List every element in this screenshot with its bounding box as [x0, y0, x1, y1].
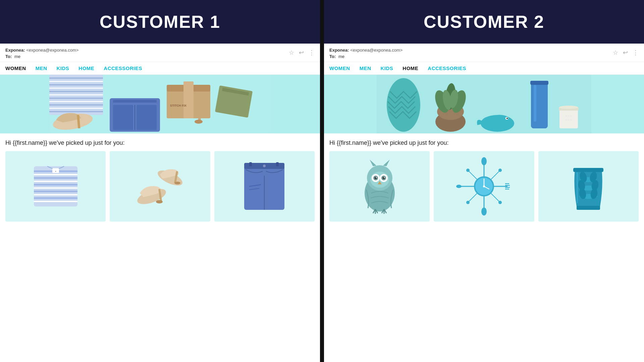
svg-rect-128: [577, 206, 600, 210]
shirt-illustration: ●: [27, 153, 84, 220]
more-icon-c2[interactable]: ⋮: [633, 49, 639, 56]
svg-point-55: [263, 165, 266, 167]
svg-text:～～～: ～～～: [565, 115, 572, 117]
customer2-hero-svg: ～～～ ～～～: [324, 75, 644, 133]
owl-illustration: [351, 153, 408, 220]
nav-item-men-c1[interactable]: MEN: [36, 65, 47, 71]
svg-text:～～～: ～～～: [565, 119, 572, 121]
customer1-hero-svg: STITCH FIX: [0, 75, 320, 133]
nav-item-home-c1[interactable]: HOME: [78, 65, 94, 71]
svg-rect-18: [113, 105, 133, 130]
customer1-product-jeans: [214, 151, 315, 222]
customer2-greeting: Hi {{first.name}} we've picked up just f…: [324, 133, 644, 151]
svg-point-114: [466, 201, 470, 204]
svg-point-71: [506, 118, 508, 119]
customer1-hero-image: STITCH FIX: [0, 75, 320, 133]
svg-point-49: [174, 182, 180, 184]
svg-text:STITCH FIX: STITCH FIX: [170, 104, 186, 107]
svg-point-46: [156, 200, 163, 203]
nav-item-kids-c2[interactable]: KIDS: [381, 65, 393, 71]
nav-item-kids-c1[interactable]: KIDS: [57, 65, 69, 71]
customer2-product-vase: [538, 151, 639, 222]
nav-item-accessories-c2[interactable]: ACCESSORIES: [428, 65, 466, 71]
svg-point-106: [456, 185, 462, 188]
star-icon[interactable]: ☆: [289, 49, 294, 56]
customer1-product-heels: [110, 151, 210, 222]
svg-rect-19: [137, 105, 157, 130]
reply-icon[interactable]: ↩: [299, 49, 304, 56]
svg-rect-53: [249, 162, 252, 166]
customer2-email-meta: Exponea: <exponea@exponea.com> To: me ☆ …: [324, 44, 644, 62]
customer2-to-row: To: me: [329, 54, 617, 59]
customer1-from-label: Exponea:: [5, 48, 25, 53]
customer1-title: CUSTOMER 1: [100, 12, 220, 32]
customer1-nav: WOMEN MEN KIDS HOME ACCESSORIES: [0, 62, 320, 75]
svg-rect-23: [183, 81, 194, 118]
customer1-column: CUSTOMER 1 Exponea: <exponea@exponea.com…: [0, 0, 320, 362]
customer2-meta-icons: ☆ ↩ ⋮: [613, 44, 639, 62]
more-icon[interactable]: ⋮: [309, 49, 315, 56]
heels-illustration: [131, 153, 189, 220]
column-divider: [320, 0, 324, 362]
customer1-header: CUSTOMER 1: [0, 0, 320, 44]
customer2-product-clock: [434, 151, 534, 222]
clock-illustration: [455, 153, 513, 220]
svg-rect-121: [573, 168, 603, 172]
jeans-illustration: [236, 153, 293, 220]
customer2-to-value: me: [338, 54, 344, 59]
customer1-to-value: me: [14, 54, 20, 59]
customer2-title: CUSTOMER 2: [424, 12, 544, 32]
customer1-product-shirt: ●: [5, 151, 106, 222]
svg-point-77: [559, 106, 578, 109]
customer1-meta-icons: ☆ ↩ ⋮: [289, 44, 315, 62]
customer1-from-address: <exponea@exponea.com>: [26, 48, 78, 53]
customer1-to-row: To: me: [5, 54, 293, 59]
nav-item-accessories-c1[interactable]: ACCESSORIES: [104, 65, 142, 71]
svg-point-92: [376, 177, 377, 178]
customer2-column: CUSTOMER 2 Exponea: <exponea@exponea.com…: [324, 0, 644, 362]
nav-item-women-c1[interactable]: WOMEN: [5, 65, 26, 71]
vase-illustration: [560, 153, 617, 220]
customer1-greeting: Hi {{first.name}} we've picked up just f…: [0, 133, 320, 151]
customer1-to-label: To:: [5, 54, 12, 59]
customer2-nav: WOMEN MEN KIDS HOME ACCESSORIES: [324, 62, 644, 75]
customer1-email-meta: Exponea: <exponea@exponea.com> To: me ☆ …: [0, 44, 320, 62]
svg-rect-43: [131, 153, 189, 220]
customer2-product-grid: [324, 151, 644, 362]
svg-rect-17: [113, 100, 157, 103]
svg-rect-72: [531, 81, 548, 128]
svg-point-97: [481, 157, 487, 165]
customer1-product-grid: ●: [0, 151, 320, 362]
svg-point-111: [498, 169, 502, 172]
nav-item-home-c2[interactable]: HOME: [402, 65, 418, 71]
svg-point-119: [483, 185, 485, 187]
svg-rect-54: [276, 162, 279, 166]
nav-item-men-c2[interactable]: MEN: [360, 65, 371, 71]
svg-point-104: [481, 207, 487, 216]
customer2-from-label: Exponea:: [329, 48, 349, 53]
svg-rect-74: [534, 85, 536, 122]
customer2-to-label: To:: [329, 54, 336, 59]
customer2-product-owl: [329, 151, 430, 222]
main-layout: CUSTOMER 1 Exponea: <exponea@exponea.com…: [0, 0, 644, 362]
star-icon-c2[interactable]: ☆: [613, 49, 618, 56]
svg-point-112: [498, 201, 502, 204]
customer2-hero-image: ～～～ ～～～: [324, 75, 644, 133]
reply-icon-c2[interactable]: ↩: [623, 49, 628, 56]
customer2-from-address: <exponea@exponea.com>: [350, 48, 402, 53]
nav-item-women-c2[interactable]: WOMEN: [329, 65, 350, 71]
customer2-header: CUSTOMER 2: [324, 0, 644, 44]
svg-rect-73: [530, 81, 548, 85]
svg-text:●: ●: [55, 170, 56, 172]
customer1-from-row: Exponea: <exponea@exponea.com>: [5, 48, 293, 53]
svg-point-15: [195, 120, 203, 124]
svg-rect-75: [559, 108, 578, 128]
svg-point-93: [384, 177, 385, 178]
customer2-from-row: Exponea: <exponea@exponea.com>: [329, 48, 617, 53]
svg-point-113: [466, 169, 470, 172]
